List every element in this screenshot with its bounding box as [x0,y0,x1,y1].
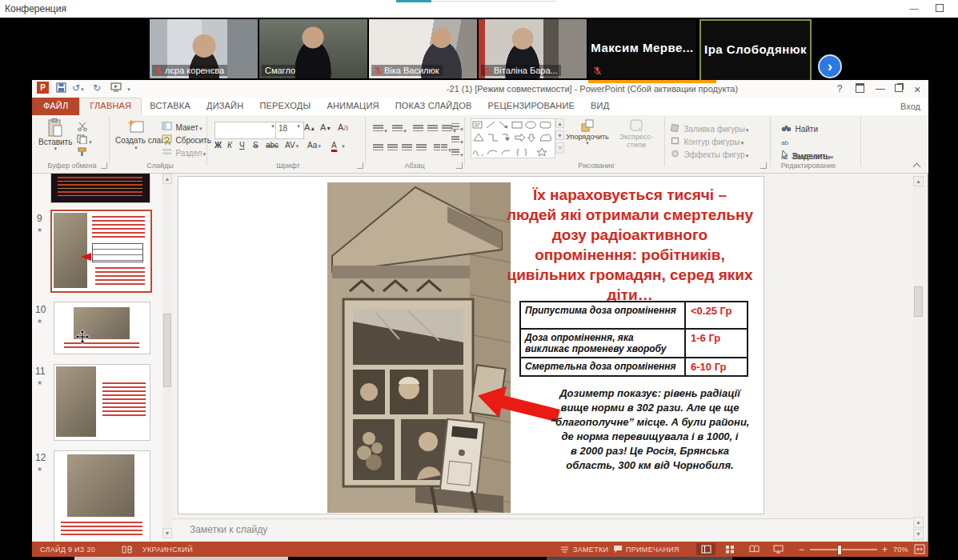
arrange-button[interactable]: Упорядочить▼ [567,118,608,146]
shape-effects-button[interactable]: Эффекты фигур▼ [671,146,750,161]
next-participants-button[interactable]: › [818,54,842,78]
tab-review[interactable]: РЕЦЕНЗИРОВАНИЕ [479,98,583,115]
main-scrollbar-thumb[interactable] [914,286,923,317]
help-button[interactable]: ? [834,83,845,94]
decrease-indent-icon[interactable] [413,122,423,136]
align-right-icon[interactable] [402,141,412,155]
align-left-icon[interactable] [373,141,383,155]
notes-pane[interactable] [173,518,912,542]
fit-slide-to-window-button[interactable] [914,544,925,556]
columns-icon[interactable]: ▼ [434,141,452,155]
justify-icon[interactable] [416,141,427,155]
italic-button[interactable]: К [227,141,232,150]
notes-toggle-icon[interactable] [560,546,569,554]
change-case-button[interactable]: Aa▼ [307,141,322,150]
paragraph-dialog-launcher[interactable] [456,162,463,169]
minimize-button[interactable]: — [874,83,887,94]
participant-tile-vitalina[interactable]: Віталіна Бара... [479,19,587,78]
bold-button[interactable]: Ж [214,141,222,150]
clipboard-dialog-launcher[interactable] [101,162,107,169]
undo-icon[interactable]: ↺▼ [72,82,85,94]
main-scrollbar-track[interactable] [913,186,924,516]
shapes-scroll-up[interactable]: ▲ [555,118,564,128]
notes-toggle-button[interactable]: ЗАМЕТКИ [573,546,608,554]
text-shadow-button[interactable]: abc [266,141,279,150]
slide-title-textbox[interactable]: Їх нараховується тисячі – людей які отри… [495,185,764,305]
font-size-combobox[interactable]: 18▼ [275,122,304,139]
thumbnails-scroll-down-button[interactable]: ▼ [162,528,172,538]
select-button[interactable]: Выделить▼ [781,148,835,162]
previous-slide-button[interactable]: ▲ [913,517,924,528]
font-color-button[interactable]: А [331,141,337,152]
start-slideshow-icon[interactable] [110,82,122,94]
increase-indent-icon[interactable] [427,122,438,136]
slide-8-thumbnail-partial[interactable] [50,173,150,203]
conference-restore-button[interactable] [933,4,946,14]
tab-slideshow[interactable]: ПОКАЗ СЛАЙДОВ [387,98,480,115]
close-button[interactable]: × [911,83,924,96]
radiation-dose-table[interactable]: Припустима доза опромінення <0.25 Гр Доз… [519,301,748,377]
tab-animations[interactable]: АНИМАЦИЯ [319,98,387,115]
font-dialog-launcher[interactable] [357,162,363,169]
underline-button[interactable]: Ч [239,141,245,150]
thumbnails-scrollbar-thumb[interactable] [163,314,171,387]
strikethrough-button[interactable]: S [253,141,259,150]
zoom-in-button[interactable]: + [882,544,888,555]
next-slide-button[interactable]: ▼ [913,529,924,540]
tab-insert[interactable]: ВСТАВКА [142,98,198,115]
slide-11-thumbnail[interactable] [54,364,150,441]
numbering-icon[interactable]: ▼ [392,122,407,136]
slideshow-view-button[interactable] [768,543,788,555]
dosimeter-paragraph-textbox[interactable]: Дозиметр показує: рівень радіації вище н… [537,386,763,473]
participant-tile-lera[interactable]: лєра коренєва [150,19,258,78]
slide-canvas[interactable]: Їх нараховується тисячі – людей які отри… [178,176,764,514]
quick-styles-button[interactable]: Экспресс- стили [611,118,661,149]
slide-sorter-view-button[interactable] [720,543,740,555]
slide-photo-old-window[interactable] [327,182,511,513]
participant-tile-smaglo[interactable]: Смагло [259,19,367,78]
comments-button[interactable]: ПРИМЕЧАНИЯ [626,546,679,554]
smartart-icon[interactable]: ▼ [451,146,464,160]
restore-button[interactable] [892,83,905,94]
ribbon-display-options-button[interactable] [853,83,866,95]
notes-placeholder[interactable]: Заметки к слайду [190,524,267,535]
font-name-combobox[interactable]: ▼ [214,122,279,139]
spell-check-icon[interactable] [122,545,132,555]
conference-minimize-button[interactable]: — [908,4,920,14]
zoom-slider-handle[interactable] [837,545,842,555]
tab-design[interactable]: ДИЗАЙН [198,98,251,115]
slide-10-thumbnail[interactable] [54,302,150,354]
main-scroll-up-button[interactable]: ▲ [913,176,924,186]
zoom-level[interactable]: 70% [893,546,908,554]
normal-view-button[interactable] [696,543,715,555]
collapse-ribbon-chevron[interactable] [913,163,921,171]
format-dialog-launcher[interactable] [760,162,767,169]
language-indicator[interactable]: УКРАИНСКИЙ [142,546,193,554]
participant-tile-vika[interactable]: Віка Василюк [369,19,477,78]
sign-in-link[interactable]: Вход [900,102,920,111]
bullets-icon[interactable]: ▼ [373,122,388,136]
zoom-out-button[interactable]: − [799,544,804,555]
slide-9-thumbnail-selected[interactable] [50,210,152,293]
redo-icon[interactable]: ↻ [93,82,101,94]
shapes-gallery[interactable]: { } [471,118,555,158]
reading-view-button[interactable] [744,543,764,555]
grow-font-button[interactable]: A▲ [304,122,315,132]
thumbnails-scroll-up-button[interactable]: ▲ [162,174,172,184]
tab-home[interactable]: ГЛАВНАЯ [79,98,142,115]
character-spacing-button[interactable]: AV▼ [285,141,300,150]
font-color-dropdown[interactable]: ▼ [341,144,346,149]
shrink-font-button[interactable]: A▼ [320,122,331,132]
section-button[interactable]: Раздел▼ [162,145,206,159]
shapes-more-button[interactable]: ≡ [555,142,564,154]
participant-tile-ira-active-speaker[interactable]: Іра Слободянюк [699,19,812,82]
shapes-scroll-down[interactable]: ▼ [555,130,564,140]
align-center-icon[interactable] [387,141,398,155]
tab-file[interactable]: ФАЙЛ [32,98,79,115]
paste-button[interactable]: Вставить▼ [38,118,72,151]
tab-transitions[interactable]: ПЕРЕХОДЫ [251,98,319,115]
format-painter-icon[interactable] [77,146,88,160]
clear-formatting-button[interactable]: Aa [338,122,348,132]
slide-12-thumbnail-partial[interactable] [54,450,150,542]
qat-customize-icon[interactable]: ▼ [126,82,131,94]
